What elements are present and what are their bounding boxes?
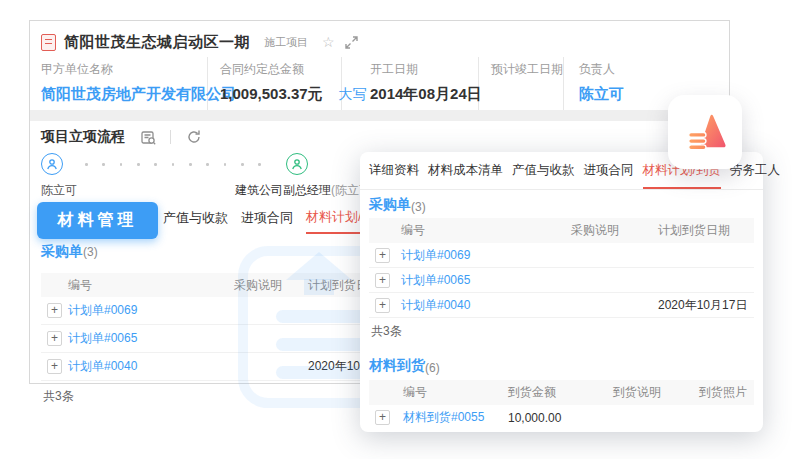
table-header: 编号 采购说明 计划到货日期 (369, 218, 754, 243)
field-value: 1,009,503.37元大写 (220, 85, 341, 104)
tab-material-cost-list[interactable]: 材料成本清单 (428, 152, 503, 189)
document-icon (41, 34, 56, 51)
expand-row-icon[interactable]: + (375, 273, 390, 288)
tab-details[interactable]: 详细资料 (369, 152, 419, 189)
flow-section-header: 项目立项流程 (41, 128, 201, 146)
expand-row-icon[interactable]: + (375, 410, 390, 425)
col-description: 到货说明 (613, 384, 699, 401)
section-count: (3) (83, 245, 98, 259)
col-description: 采购说明 (571, 222, 658, 239)
project-info-fields: 甲方单位名称 简阳世茂房地产开发有限公司 合同约定总金额 1,009,503.3… (41, 57, 723, 117)
expand-row-icon[interactable]: + (47, 303, 62, 318)
expand-row-icon[interactable]: + (47, 331, 62, 346)
table-row[interactable]: + 材料到货#0055 10,000.00 (369, 405, 754, 430)
row-link[interactable]: 计划单#0065 (401, 272, 571, 289)
tab-output-and-receipts[interactable]: 产值与收款 (512, 152, 575, 189)
section-divider-band (30, 110, 729, 121)
flow-dotted-line (85, 163, 261, 166)
watermark-arrow (286, 252, 352, 280)
flow-end-role: 建筑公司副总经理 (235, 183, 331, 197)
materials-management-button[interactable]: 材料管理 (37, 202, 158, 239)
row-amount: 10,000.00 (508, 411, 613, 425)
project-type-badge: 施工项目 (264, 35, 308, 50)
table-row[interactable]: + 计划单#0069 (369, 243, 754, 268)
col-id: 编号 (68, 277, 234, 294)
icon-divider (170, 130, 171, 144)
table-footer-count: 共3条 (369, 318, 754, 344)
detail-panel: 详细资料 材料成本清单 产值与收款 进项合同 材料计划/到货 劳务工人 采购单(… (360, 152, 763, 432)
table-row[interactable]: + 计划单#0040 2020年10月17日 (369, 293, 754, 318)
field-start-date: 开工日期 2014年08月24日 (342, 57, 479, 117)
arrival-section-title: 材料到货(6) (369, 351, 440, 375)
row-link[interactable]: 计划单#0040 (68, 358, 234, 375)
field-label: 合同约定总金额 (220, 61, 341, 78)
purchase-section-title: 采购单(3) (41, 242, 98, 261)
row-link[interactable]: 计划单#0065 (68, 330, 234, 347)
field-label: 预计竣工日期 (491, 61, 563, 78)
field-value: 2014年08月24日 (370, 85, 478, 104)
field-label: 甲方单位名称 (41, 61, 207, 78)
purchase-table: 编号 采购说明 计划到货日期 + 计划单#0069 + 计划单#0065 + 计… (369, 218, 754, 344)
app-logo-card (668, 95, 742, 169)
table-header: 编号 到货金额 到货说明 到货照片 (369, 380, 754, 405)
field-value[interactable]: 简阳世茂房地产开发有限公司 (41, 85, 207, 104)
field-label: 开工日期 (370, 61, 478, 78)
flow-start-name: 陈立可 (41, 182, 77, 199)
amount-text: 1,009,503.37元 (220, 85, 323, 102)
window-header: 简阳世茂生态城启动区一期 施工项目 ☆ (41, 28, 358, 56)
favorite-star-icon[interactable]: ☆ (322, 34, 335, 50)
expand-row-icon[interactable]: + (375, 248, 390, 263)
row-link[interactable]: 材料到货#0055 (403, 409, 508, 426)
flow-end-name: 建筑公司副总经理(陈立可) (235, 182, 375, 199)
expand-row-icon[interactable]: + (375, 298, 390, 313)
arrival-table: 编号 到货金额 到货说明 到货照片 + 材料到货#0055 10,000.00 (369, 380, 754, 430)
row-link[interactable]: 计划单#0040 (401, 297, 571, 314)
row-link[interactable]: 计划单#0069 (68, 302, 234, 319)
section-count: (6) (425, 361, 440, 375)
purchase-section-title: 采购单(3) (369, 190, 426, 214)
expand-icon[interactable] (345, 36, 358, 49)
flow-title: 项目立项流程 (41, 128, 125, 146)
col-photo: 到货照片 (699, 384, 754, 401)
flow-preview-icon[interactable] (141, 130, 156, 145)
flow-start-person-icon[interactable] (41, 153, 63, 175)
row-link[interactable]: 计划单#0069 (401, 247, 571, 264)
section-title: 材料到货 (369, 357, 425, 375)
section-count: (3) (411, 200, 426, 214)
expand-row-icon[interactable]: + (47, 359, 62, 374)
flow-end-person-icon[interactable] (286, 153, 308, 175)
field-contract-amount: 合同约定总金额 1,009,503.37元大写 (208, 57, 342, 117)
watermark-bar (276, 366, 366, 379)
field-owner: 甲方单位名称 简阳世茂房地产开发有限公司 (41, 57, 208, 117)
col-id: 编号 (403, 384, 508, 401)
tab-incoming-contracts[interactable]: 进项合同 (584, 152, 634, 189)
app-logo-icon (682, 109, 728, 155)
section-title: 采购单 (41, 243, 83, 259)
field-planned-finish-date: 预计竣工日期 (479, 57, 564, 117)
field-label: 负责人 (579, 61, 723, 78)
col-planned-date: 计划到货日期 (658, 222, 754, 239)
watermark-arrow-stem (304, 279, 334, 295)
table-row[interactable]: + 计划单#0065 (369, 268, 754, 293)
flow-refresh-icon[interactable] (187, 130, 201, 144)
col-id: 编号 (401, 222, 571, 239)
tab-incoming-contracts[interactable]: 进项合同 (241, 209, 293, 233)
tab-output-and-receipts[interactable]: 产值与收款 (163, 209, 228, 233)
section-title: 采购单 (369, 196, 411, 214)
project-title: 简阳世茂生态城启动区一期 (64, 33, 250, 52)
col-amount: 到货金额 (508, 384, 613, 401)
